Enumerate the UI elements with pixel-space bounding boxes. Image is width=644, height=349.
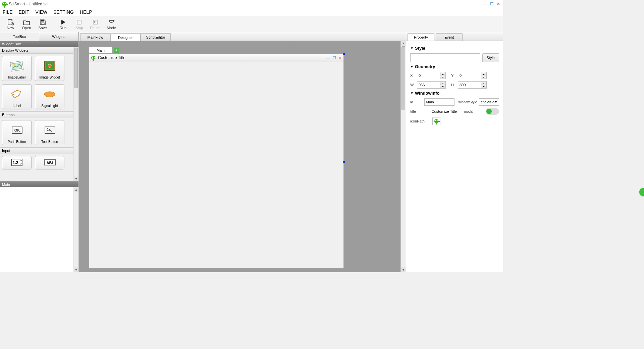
- style-input[interactable]: [410, 53, 480, 62]
- label-windowstyle: windowStyle: [459, 100, 477, 104]
- widgetbox-scrollbar[interactable]: ▲ ▼: [73, 47, 78, 181]
- label-h: H: [451, 83, 456, 87]
- input-w[interactable]: ▲▼: [417, 81, 446, 89]
- section-input[interactable]: Input: [0, 147, 73, 154]
- designer-canvas[interactable]: Main + Customize Title — ☐ ✕ ▲: [79, 41, 406, 272]
- stop-button[interactable]: Stop: [72, 18, 86, 30]
- input-title[interactable]: [430, 108, 460, 115]
- toggle-modal[interactable]: [486, 108, 499, 115]
- label-y: Y: [451, 73, 456, 78]
- window-title: SciSmart - Untitled.sci: [9, 2, 48, 6]
- maximize-icon[interactable]: ☐: [489, 2, 494, 6]
- pushbutton-icon: OK: [9, 120, 24, 140]
- tab-widgets[interactable]: Widgets: [39, 32, 78, 41]
- input-y[interactable]: ▲▼: [458, 72, 487, 79]
- scroll-down-icon[interactable]: ▼: [74, 267, 78, 272]
- section-windowinfo[interactable]: WindowInfo: [410, 91, 499, 96]
- input-h[interactable]: ▲▼: [458, 81, 487, 89]
- label-icon: [9, 85, 24, 104]
- new-button[interactable]: New: [3, 18, 17, 30]
- spin-down-icon[interactable]: ▼: [440, 76, 445, 79]
- add-tab-button[interactable]: +: [114, 48, 119, 53]
- widget-lineedit[interactable]: ABI: [35, 156, 64, 169]
- spin-down-icon[interactable]: ▼: [481, 85, 486, 88]
- scroll-down-icon[interactable]: ▼: [74, 177, 78, 181]
- label-id: id: [410, 100, 422, 104]
- spin-up-icon[interactable]: ▲: [440, 82, 445, 85]
- spin-down-icon[interactable]: ▼: [481, 76, 486, 79]
- tab-mainflow[interactable]: MainFlow: [80, 33, 110, 41]
- scroll-thumb[interactable]: [74, 48, 78, 88]
- open-button[interactable]: Open: [19, 18, 34, 30]
- menubar: FILE EDIT VIEW SETTING HELP: [0, 8, 503, 16]
- mode-button[interactable]: Mode: [104, 18, 118, 30]
- tab-scripteditor[interactable]: ScriptEditor: [141, 33, 171, 41]
- lineedit-icon: ABI: [42, 156, 57, 168]
- widget-signallight[interactable]: SignalLight: [35, 84, 64, 109]
- section-style[interactable]: Style: [410, 46, 499, 51]
- spin-up-icon[interactable]: ▲: [481, 82, 486, 85]
- spin-up-icon[interactable]: ▲: [481, 72, 486, 76]
- tab-designer[interactable]: Designer: [110, 33, 141, 41]
- designer-window[interactable]: Customize Title — ☐ ✕: [89, 54, 344, 268]
- minimize-icon[interactable]: —: [482, 2, 488, 6]
- tab-event[interactable]: Event: [436, 33, 463, 41]
- menu-view[interactable]: VIEW: [35, 9, 47, 15]
- svg-point-15: [44, 92, 55, 97]
- resize-handle[interactable]: [343, 53, 345, 55]
- input-x[interactable]: ▲▼: [417, 72, 446, 79]
- scroll-thumb[interactable]: [401, 46, 405, 110]
- menu-setting[interactable]: SETTING: [53, 9, 74, 15]
- scroll-down-icon[interactable]: ▼: [401, 267, 406, 272]
- save-button[interactable]: Save: [36, 18, 50, 30]
- tree-root[interactable]: Main: [0, 182, 78, 187]
- scroll-up-icon[interactable]: ▲: [401, 41, 406, 46]
- spinbox-icon: 1.2: [9, 156, 24, 168]
- signallight-icon: [42, 85, 57, 104]
- section-display-widgets[interactable]: Display Widgets: [0, 47, 73, 54]
- open-icon: [23, 18, 30, 26]
- label-w: W: [410, 83, 415, 87]
- section-geometry[interactable]: Geometry: [410, 64, 499, 69]
- menu-edit[interactable]: EDIT: [19, 9, 30, 15]
- canvas-scrollbar[interactable]: ▲ ▼: [400, 41, 406, 272]
- close-icon[interactable]: ✕: [496, 2, 501, 6]
- tab-property[interactable]: Property: [408, 33, 434, 41]
- window-minimize-icon[interactable]: —: [326, 56, 330, 60]
- designer-window-title: Customize Title: [98, 55, 125, 60]
- svg-rect-9: [12, 62, 22, 70]
- spin-up-icon[interactable]: ▲: [440, 72, 445, 76]
- widget-label[interactable]: Label: [2, 84, 32, 109]
- widget-imagelabel[interactable]: ImageLabel: [2, 56, 32, 81]
- pause-button[interactable]: Pause: [88, 18, 102, 30]
- canvas-tab-main[interactable]: Main: [89, 47, 112, 53]
- widget-imagewidget[interactable]: Image Widget: [35, 56, 64, 81]
- center-panel: MainFlow Designer ScriptEditor Main + Cu…: [79, 32, 406, 272]
- tree-scrollbar[interactable]: ▲ ▼: [73, 187, 78, 272]
- section-buttons[interactable]: Buttons: [0, 111, 73, 118]
- resize-handle[interactable]: [343, 161, 345, 163]
- object-tree: Main ▲ ▼: [0, 181, 78, 272]
- tab-toolbox[interactable]: ToolBox: [0, 33, 39, 41]
- widget-toolbutton[interactable]: Tool Button: [35, 120, 64, 145]
- widget-spinbox[interactable]: 1.2: [2, 156, 32, 169]
- new-icon: [7, 18, 14, 26]
- menu-help[interactable]: HELP: [80, 9, 92, 15]
- combo-windowstyle[interactable]: titleVisia▼: [479, 98, 499, 106]
- svg-rect-7: [96, 21, 96, 23]
- widget-pushbutton[interactable]: OK Push Button: [2, 120, 32, 145]
- svg-text:1.2: 1.2: [13, 160, 18, 165]
- style-button[interactable]: Style: [482, 53, 499, 62]
- label-title: title: [410, 109, 428, 113]
- menu-file[interactable]: FILE: [3, 9, 13, 15]
- svg-rect-4: [77, 20, 81, 24]
- iconpath-button[interactable]: [432, 117, 440, 125]
- scroll-up-icon[interactable]: ▲: [74, 187, 78, 192]
- designer-window-titlebar[interactable]: Customize Title — ☐ ✕: [89, 54, 343, 61]
- spin-down-icon[interactable]: ▼: [440, 85, 445, 88]
- input-id[interactable]: [424, 98, 454, 106]
- widgetbox-title: Widget Box: [0, 41, 78, 47]
- run-button[interactable]: Run: [56, 18, 70, 30]
- window-maximize-icon[interactable]: ☐: [333, 56, 336, 60]
- window-close-icon[interactable]: ✕: [338, 56, 341, 60]
